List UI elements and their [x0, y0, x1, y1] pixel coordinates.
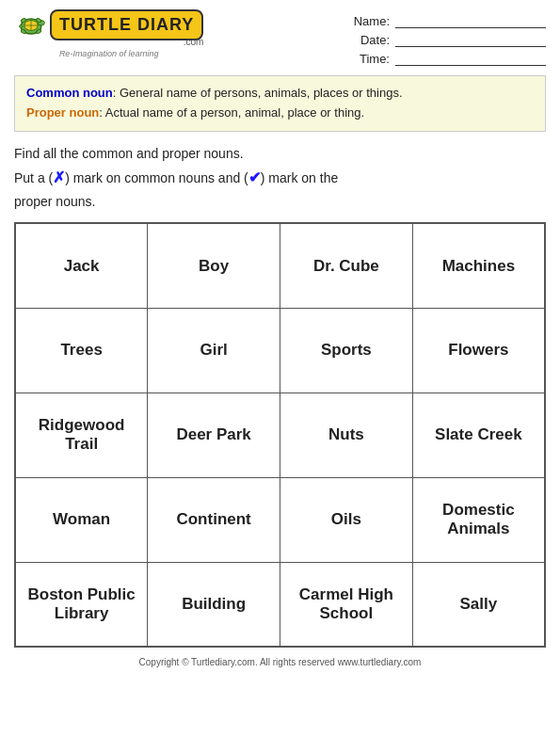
inst-mid: ) mark on common nouns and (: [65, 170, 248, 185]
table-cell[interactable]: Trees: [15, 308, 148, 393]
x-mark-icon: ✗: [53, 169, 65, 185]
table-cell[interactable]: Deer Park: [148, 393, 280, 477]
logo-text: TURTLE DIARY: [50, 9, 203, 40]
table-cell[interactable]: Woman: [15, 477, 148, 562]
table-row: WomanContinentOilsDomestic Animals: [15, 477, 545, 562]
common-text: : General name of persons, animals, plac…: [113, 86, 403, 100]
table-cell[interactable]: Building: [148, 562, 280, 647]
table-cell[interactable]: Slate Creek: [412, 393, 545, 477]
date-row: Date:: [352, 32, 546, 47]
time-label: Time:: [352, 52, 390, 66]
footer: Copyright © Turtlediary.com. All rights …: [14, 657, 546, 667]
table-cell[interactable]: Machines: [412, 223, 545, 308]
proper-noun-line: Proper noun: Actual name of a person, an…: [26, 104, 534, 123]
noun-table: JackBoyDr. CubeMachinesTreesGirlSportsFl…: [14, 222, 546, 648]
table-cell[interactable]: Domestic Animals: [412, 477, 545, 562]
date-input[interactable]: [395, 32, 546, 47]
info-box: Common noun: General name of persons, an…: [14, 75, 546, 132]
table-cell[interactable]: Boston Public Library: [15, 562, 148, 647]
table-cell[interactable]: Dr. Cube: [280, 223, 413, 308]
proper-label: Proper noun: [26, 105, 99, 120]
time-input[interactable]: [395, 51, 546, 66]
common-label: Common noun: [26, 86, 113, 100]
time-row: Time:: [352, 51, 546, 66]
table-cell[interactable]: Oils: [280, 477, 413, 562]
table-cell[interactable]: Carmel High School: [280, 562, 413, 647]
footer-text: Copyright © Turtlediary.com. All rights …: [139, 657, 422, 667]
turtle-icon: [14, 12, 48, 39]
table-row: TreesGirlSportsFlowers: [15, 308, 545, 393]
inst-pre: Put a (: [14, 170, 53, 185]
logo-com: .com: [184, 37, 204, 47]
table-cell[interactable]: Flowers: [412, 308, 545, 393]
inst-post: ) mark on the: [261, 170, 338, 185]
table-row: JackBoyDr. CubeMachines: [15, 223, 545, 308]
table-cell[interactable]: Sports: [280, 308, 413, 393]
instruction-line3: proper nouns.: [14, 191, 546, 214]
table-row: Boston Public LibraryBuildingCarmel High…: [15, 562, 545, 647]
table-cell[interactable]: Sally: [412, 562, 545, 647]
name-fields: Name: Date: Time:: [352, 9, 546, 66]
name-label: Name:: [352, 14, 390, 28]
name-input[interactable]: [395, 13, 546, 28]
table-cell[interactable]: Continent: [148, 477, 280, 562]
page: TURTLE DIARY .com Re-Imagination of lear…: [0, 0, 560, 753]
table-cell[interactable]: Ridgewood Trail: [15, 393, 148, 477]
instruction-line1: Find all the common and proper nouns.: [14, 143, 546, 166]
instruction-line2: Put a (✗) mark on common nouns and (✔) m…: [14, 165, 546, 190]
table-row: Ridgewood TrailDeer ParkNutsSlate Creek: [15, 393, 545, 477]
table-cell[interactable]: Jack: [15, 223, 148, 308]
table-cell[interactable]: Girl: [148, 308, 280, 393]
common-noun-line: Common noun: General name of persons, an…: [26, 84, 534, 104]
logo-tagline: Re-Imagination of learning: [59, 49, 159, 58]
header: TURTLE DIARY .com Re-Imagination of lear…: [14, 9, 546, 66]
svg-point-9: [19, 24, 23, 27]
name-row: Name:: [352, 13, 546, 28]
table-cell[interactable]: Boy: [148, 223, 280, 308]
check-mark-icon: ✔: [248, 169, 261, 185]
instructions: Find all the common and proper nouns. Pu…: [14, 143, 546, 214]
table-cell[interactable]: Nuts: [280, 393, 413, 477]
date-label: Date:: [352, 33, 390, 47]
logo-area: TURTLE DIARY .com Re-Imagination of lear…: [14, 9, 203, 58]
proper-text: : Actual name of a person, animal, place…: [99, 105, 364, 120]
